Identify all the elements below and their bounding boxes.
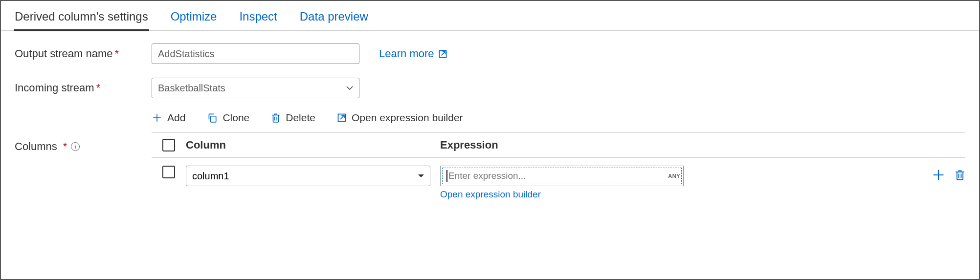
- required-indicator: *: [96, 82, 101, 94]
- columns-toolbar: Add Clone Delete Open exp: [152, 112, 965, 124]
- output-stream-label: Output stream name*: [15, 47, 152, 60]
- incoming-stream-label: Incoming stream*: [15, 82, 152, 94]
- row-checkbox[interactable]: [162, 166, 175, 178]
- required-indicator: *: [115, 47, 119, 60]
- tab-optimize[interactable]: Optimize: [171, 10, 217, 30]
- settings-panel: Derived column's settings Optimize Inspe…: [0, 0, 980, 280]
- info-icon[interactable]: i: [71, 142, 80, 151]
- clone-button[interactable]: Clone: [207, 112, 249, 124]
- columns-label: Columns * i: [15, 132, 152, 153]
- svg-rect-1: [211, 116, 216, 122]
- expression-placeholder: Enter expression...: [448, 171, 526, 181]
- tab-preview[interactable]: Data preview: [300, 10, 368, 30]
- text-cursor: [446, 170, 447, 182]
- incoming-stream-select[interactable]: [152, 78, 359, 98]
- columns-section: Columns * i Column Expression: [15, 132, 965, 200]
- learn-more-link[interactable]: Learn more: [379, 47, 447, 60]
- output-stream-input[interactable]: [152, 43, 359, 64]
- delete-row-icon[interactable]: [955, 169, 965, 181]
- open-expression-builder-link[interactable]: Open expression builder: [440, 189, 541, 200]
- select-all-checkbox[interactable]: [162, 139, 175, 151]
- columns-grid: Column Expression: [152, 132, 965, 200]
- tab-settings[interactable]: Derived column's settings: [15, 10, 148, 30]
- incoming-stream-row: Incoming stream*: [15, 78, 965, 98]
- external-link-icon: [438, 49, 447, 59]
- tab-inspect[interactable]: Inspect: [239, 10, 277, 30]
- content-area: Output stream name* Learn more Incoming …: [1, 31, 979, 200]
- trash-icon: [271, 112, 281, 123]
- delete-button[interactable]: Delete: [271, 112, 315, 124]
- add-button[interactable]: Add: [152, 112, 185, 124]
- clone-icon: [207, 112, 218, 123]
- row-actions: [920, 166, 965, 181]
- column-name-field[interactable]: [186, 166, 430, 186]
- required-indicator: *: [63, 140, 67, 153]
- any-badge: ANY: [667, 172, 681, 179]
- external-link-icon: [337, 113, 347, 123]
- expression-header: Expression: [440, 139, 965, 151]
- table-row: Enter expression... ANY Open expression …: [152, 158, 965, 200]
- expression-input[interactable]: Enter expression... ANY: [440, 166, 684, 186]
- plus-icon: [152, 112, 162, 123]
- column-header: Column: [186, 139, 440, 151]
- add-row-icon[interactable]: [932, 169, 945, 181]
- output-stream-row: Output stream name* Learn more: [15, 43, 965, 64]
- tab-bar: Derived column's settings Optimize Inspe…: [1, 1, 979, 31]
- open-expression-builder-button[interactable]: Open expression builder: [337, 112, 463, 124]
- grid-header: Column Expression: [152, 133, 965, 158]
